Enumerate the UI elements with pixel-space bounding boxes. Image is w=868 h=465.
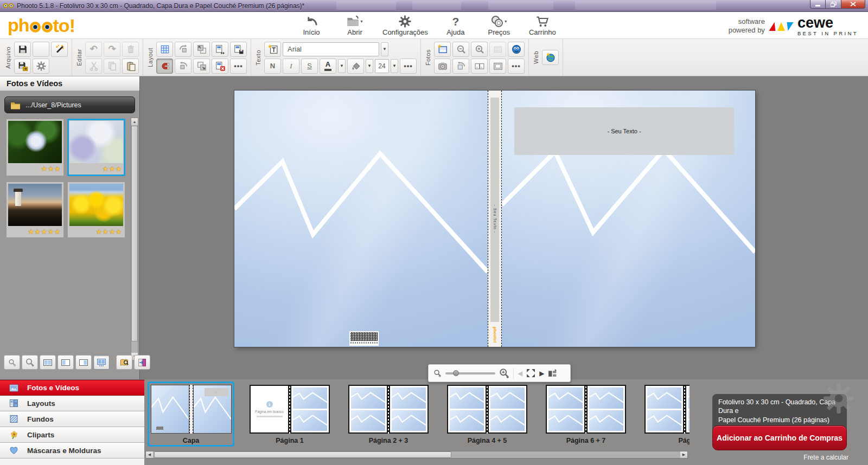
magnet-button[interactable] (156, 59, 173, 74)
page-view-icon[interactable] (548, 369, 557, 377)
folder-selector[interactable]: .../User_8/Pictures (4, 96, 135, 113)
filmstrip-pagina-1[interactable]: i Página em branco Página 1 (246, 382, 333, 447)
back-cover-page[interactable] (234, 91, 488, 347)
nav-mascaras-e-molduras[interactable]: Máscaras e Molduras (0, 443, 144, 458)
menu-inicio[interactable]: Início (296, 12, 327, 38)
photo-add-button[interactable] (434, 42, 451, 57)
trash-button[interactable] (122, 42, 139, 57)
arrange-front-button[interactable] (193, 59, 210, 74)
font-size-select[interactable]: 24 (375, 59, 389, 73)
view-right-button[interactable] (75, 355, 92, 370)
font-family-caret[interactable]: ▼ (381, 42, 388, 56)
globe-button[interactable] (542, 50, 559, 65)
undo-button[interactable]: ↶ (85, 42, 102, 57)
mag-plus-button[interactable] (471, 42, 488, 57)
nav-fotos-e-videos[interactable]: Fotos e Vídeos (0, 380, 144, 396)
fill-color-button[interactable] (347, 59, 364, 74)
grid-button[interactable] (156, 42, 173, 57)
redo-button[interactable]: ↷ (104, 42, 120, 57)
font-color-button[interactable]: A (320, 59, 336, 74)
face-button[interactable] (508, 42, 525, 57)
previous-page-icon[interactable]: ◀ (518, 370, 522, 377)
photo-frame-button[interactable] (489, 59, 506, 74)
cut-button[interactable] (85, 59, 102, 74)
underline-button[interactable]: S (301, 59, 318, 74)
more-button[interactable]: ••• (508, 59, 525, 74)
mag-big-button[interactable] (22, 355, 38, 370)
zoom-slider[interactable] (445, 372, 495, 374)
photo-thumbnail-hydrangea-dark[interactable]: ★★★ (6, 119, 64, 176)
star-rating[interactable]: ★★★★ (69, 226, 123, 237)
mag-small-button[interactable] (4, 355, 20, 370)
photo-thumbnail-hydrangea-light[interactable]: ★★★ (67, 119, 125, 176)
menu-configuracoes[interactable]: Configurações (382, 12, 428, 38)
settings-button[interactable] (33, 59, 49, 74)
scrollbar-thumb[interactable] (154, 451, 451, 458)
filmstrip-scrollbar[interactable]: ◀ ▶ (145, 451, 688, 458)
filmstrip-pagina-6-7[interactable]: Página 6 + 7 (542, 382, 629, 447)
fit-view-icon[interactable] (526, 369, 535, 378)
view-spread-button[interactable] (40, 355, 56, 370)
layout-save-button[interactable] (230, 42, 247, 57)
photo-thumbnail-lighthouse-sunset[interactable]: ★★★★★ (6, 182, 64, 238)
book-export-button[interactable] (134, 355, 150, 370)
camera-button[interactable] (434, 59, 451, 74)
nav-layouts[interactable]: Layouts (0, 396, 144, 411)
photo-rotate-button[interactable] (452, 59, 469, 74)
save-as-button[interactable] (14, 59, 31, 74)
save-button[interactable] (14, 42, 31, 57)
photo-grid-scrollbar[interactable]: ▲ ▼ (131, 118, 138, 360)
menu-abrir[interactable]: ▾ Abrir (339, 12, 371, 38)
mag-minus-button[interactable] (452, 42, 469, 57)
bold-button[interactable]: N (264, 59, 281, 74)
book-search-button[interactable] (116, 355, 132, 370)
book-cover-spread[interactable]: - Seu Texto - phooto! - Seu Texto - (234, 91, 755, 347)
star-rating[interactable]: ★★★ (69, 163, 123, 175)
filmstrip-pagina-2-3[interactable]: Página 2 + 3 (345, 382, 432, 447)
zoom-in-icon[interactable] (499, 368, 509, 378)
filmstrip-pagina-4-5[interactable]: Página 4 + 5 (444, 382, 531, 447)
font-size-caret[interactable]: ▼ (391, 59, 398, 73)
more-button[interactable]: ••• (230, 59, 247, 74)
wand-button[interactable] (51, 42, 68, 57)
cover-title-placeholder[interactable]: - Seu Texto - (514, 107, 734, 155)
view-grid-button[interactable] (93, 355, 110, 370)
font-family-select[interactable]: Arial (283, 42, 379, 56)
scroll-right-icon[interactable]: ▶ (680, 451, 687, 458)
photo-duo-button[interactable] (471, 59, 488, 74)
filmstrip-capa[interactable]: -Capa (148, 382, 234, 447)
fill-color-caret[interactable]: ▼ (366, 59, 373, 73)
nav-cliparts[interactable]: Cliparts (0, 427, 144, 443)
add-to-cart-button[interactable]: Adicionar ao Carrinho de Compras (712, 425, 847, 450)
scroll-left-icon[interactable]: ◀ (146, 451, 153, 458)
italic-button[interactable]: I (283, 59, 299, 74)
arrange-back-button[interactable] (193, 42, 210, 57)
view-left-button[interactable] (58, 355, 74, 370)
photo-enhance-button[interactable] (489, 42, 506, 57)
zoom-out-icon[interactable] (433, 369, 442, 377)
spine-text-placeholder[interactable]: - Seu Texto - (493, 204, 497, 233)
book-spine[interactable]: - Seu Texto - phooto! (488, 91, 502, 347)
menu-ajuda[interactable]: ? Ajuda (440, 12, 471, 38)
star-rating[interactable]: ★★★★★ (8, 226, 62, 237)
scrollbar-thumb[interactable] (131, 126, 138, 341)
layout-remove-button[interactable] (212, 59, 228, 74)
menu-carrinho[interactable]: Carrinho (527, 12, 558, 38)
insert-textbox-button[interactable] (264, 42, 281, 57)
nav-fundos[interactable]: Fundos (0, 411, 144, 427)
front-cover-page[interactable]: - Seu Texto - (502, 91, 755, 347)
copy-button[interactable] (104, 59, 120, 74)
rotate-right-button[interactable] (175, 59, 192, 74)
filmstrip-pag[interactable]: Pág (641, 382, 690, 447)
rotate-left-button[interactable] (175, 42, 192, 57)
layout-apply-button[interactable] (212, 42, 228, 57)
scroll-up-icon[interactable]: ▲ (131, 118, 138, 125)
paste-button[interactable] (122, 59, 139, 74)
zoom-slider-thumb[interactable] (453, 370, 459, 376)
star-rating[interactable]: ★★★ (8, 163, 62, 175)
photo-thumbnail-yellow-tulips[interactable]: ★★★★ (67, 182, 125, 238)
editor-canvas[interactable]: - Seu Texto - phooto! - Seu Texto - (141, 76, 868, 379)
close-button[interactable] (841, 0, 865, 9)
menu-precos[interactable]: ▾ Preços (483, 12, 515, 38)
folder-import-button[interactable] (33, 42, 49, 57)
